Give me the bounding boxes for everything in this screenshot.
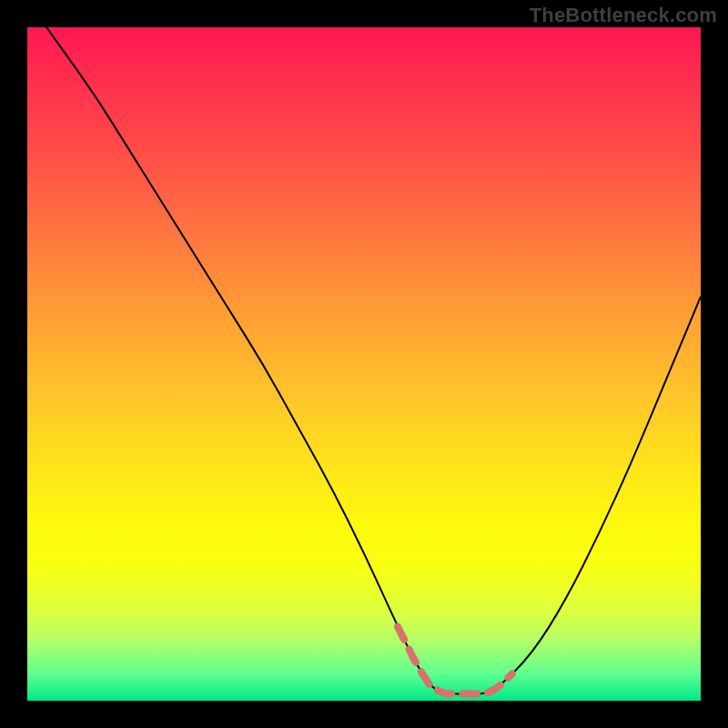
low-bottleneck-dash-highlight [398,627,512,694]
bottleneck-curve [27,27,701,694]
chart-frame: TheBottleneck.com [0,0,728,728]
curve-layer [27,27,701,701]
watermark-text: TheBottleneck.com [530,4,717,27]
plot-area [27,27,701,701]
